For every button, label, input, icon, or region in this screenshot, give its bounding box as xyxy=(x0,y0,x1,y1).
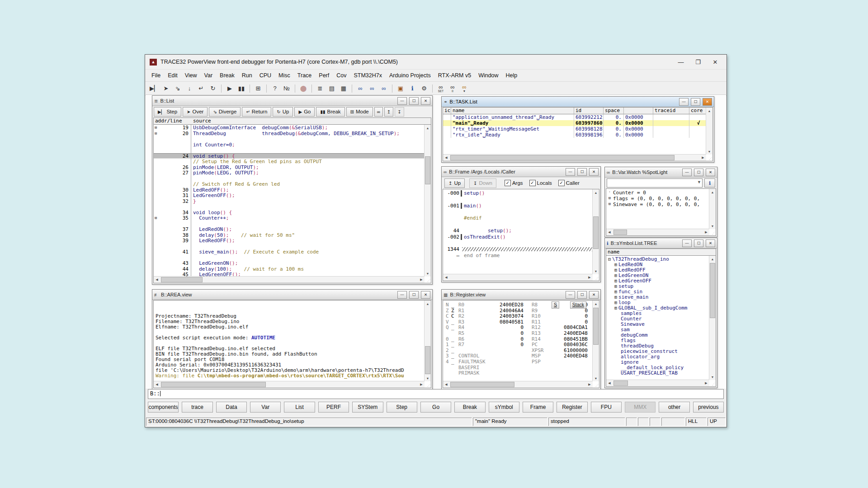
task-horizontal-scrollbar[interactable]: ◀▶ xyxy=(443,154,706,161)
watch-vertical-scrollbar[interactable]: ▲▼ xyxy=(709,189,716,229)
frame-minimize-button[interactable]: — xyxy=(566,168,575,176)
tree-vertical-scrollbar[interactable]: ▲▼ xyxy=(709,256,716,380)
checkbox-caller[interactable]: ✓Caller xyxy=(558,180,580,186)
tree-expand-icon[interactable]: ⊞ xyxy=(614,267,617,272)
softkey-step[interactable]: Step xyxy=(387,402,417,413)
list-window-titlebar[interactable]: ≣ B::List — ☐ ✕ xyxy=(152,96,432,106)
list-horizontal-scrollbar[interactable]: ◀▶ xyxy=(154,276,425,283)
softkey-perf[interactable]: PERF xyxy=(318,402,349,413)
task-minimize-button[interactable]: — xyxy=(679,98,689,106)
softkey-previous[interactable]: previous xyxy=(693,402,724,413)
register-row[interactable]: 3_CONTROLMSP2400ED48 xyxy=(443,353,593,359)
register-icon[interactable]: ▦ xyxy=(338,84,349,94)
source-line[interactable]: 44 delay(100); // wait for a 100 ms xyxy=(154,266,425,272)
tree-window-titlebar[interactable]: ℹ B::sYmbol.List.TREE — ☐ ✕ xyxy=(605,238,717,249)
source-line[interactable]: 32} xyxy=(154,198,425,204)
expand-icon[interactable]: ⊞ xyxy=(606,202,613,207)
register-row[interactable]: 4_FAULTMASKPSP xyxy=(443,359,593,365)
task-window-titlebar[interactable]: ⚭ B::TASK.List — ☐ ✕ xyxy=(442,97,714,107)
menu-item-window[interactable]: Window xyxy=(475,71,502,80)
register-minimize-button[interactable]: — xyxy=(566,291,575,299)
source-line[interactable] xyxy=(154,204,425,210)
source-line[interactable]: 31LedGreenOFF(); xyxy=(154,192,425,198)
resize-grip[interactable]: ⋰ xyxy=(709,157,712,160)
softkey-system[interactable]: SYStem xyxy=(352,402,383,413)
resize-grip[interactable]: ⋰ xyxy=(427,279,430,282)
tree-expand-icon[interactable]: ⊞ xyxy=(614,284,617,289)
resize-grip[interactable]: ⋰ xyxy=(712,231,715,235)
frame-close-button[interactable]: ✕ xyxy=(589,168,599,176)
tree-expand-icon[interactable]: ⊞ xyxy=(614,262,617,267)
register-row[interactable]: 0_R60R14080451BB xyxy=(443,336,593,342)
source-line[interactable] xyxy=(154,255,425,261)
source-line[interactable] xyxy=(154,147,425,153)
softkey-other[interactable]: other xyxy=(659,402,689,413)
register-s-button[interactable]: S xyxy=(552,301,559,309)
set-glasses-icon[interactable]: ∞SET xyxy=(435,84,446,94)
area-horizontal-scrollbar[interactable]: ◀▶ xyxy=(154,381,425,388)
frame-line[interactable] xyxy=(443,209,593,215)
source-line[interactable] xyxy=(154,136,425,142)
symbol-tree-item[interactable]: ⊟\T32ThreadDebug_ino xyxy=(606,256,709,262)
softkey-break[interactable]: Break xyxy=(454,402,485,413)
watch-icon[interactable]: ∞ xyxy=(367,84,377,94)
tree-expand-icon[interactable]: ⊟ xyxy=(608,257,611,262)
symbol-tree-item[interactable]: ignore xyxy=(606,359,709,365)
expand-icon[interactable]: · xyxy=(606,190,613,196)
symbol-tree-item[interactable]: ⊞func_sin xyxy=(606,289,709,294)
tree-maximize-button[interactable]: ☐ xyxy=(694,239,703,247)
watch-maximize-button[interactable]: ☐ xyxy=(694,169,703,176)
source-line[interactable] xyxy=(154,176,425,182)
watch-info-button[interactable]: ℹ xyxy=(704,178,715,188)
frame-line[interactable]: #endif xyxy=(443,215,593,221)
register-row[interactable]: BASEPRI xyxy=(443,365,593,371)
step-return-icon[interactable]: ↵ xyxy=(196,84,207,94)
titlebar[interactable]: ▲ TRACE32 PowerView front-end debugger f… xyxy=(145,55,726,69)
symbol-tree-item[interactable]: __default_lock_policy xyxy=(606,365,709,370)
list-icon-button[interactable]: ∞ xyxy=(374,107,383,117)
tree-minimize-button[interactable]: — xyxy=(682,239,692,247)
data-dump-icon[interactable]: ▤ xyxy=(326,84,337,94)
register-row[interactable]: 1_R70PC0804036C xyxy=(443,342,593,347)
help-icon[interactable]: ? xyxy=(269,84,280,94)
stop-icon[interactable]: ⬤ xyxy=(298,84,309,94)
list-step-button[interactable]: ▶▏Step xyxy=(154,107,181,117)
list-maximize-button[interactable]: ☐ xyxy=(409,97,419,105)
register-stack-button[interactable]: Stack xyxy=(570,301,586,309)
softkey-fpu[interactable]: FPU xyxy=(591,402,622,413)
source-line[interactable]: // Setup the Red & Green led pins as OUT… xyxy=(154,159,425,164)
softkey-components[interactable]: components xyxy=(148,402,179,413)
list-mode-button[interactable]: ⊞Mode xyxy=(346,107,373,117)
step-into-icon[interactable]: ▶▏ xyxy=(149,84,160,94)
list-vertical-scrollbar[interactable]: ▲▼ xyxy=(424,125,431,277)
frame-line[interactable]: -000setup() xyxy=(443,190,593,197)
symbol-tree-item[interactable]: Counter xyxy=(606,316,709,321)
symbol-tree-item[interactable]: ⊞setup xyxy=(606,283,709,289)
register-row[interactable]: R50R132400ED48 xyxy=(443,330,593,336)
menu-item-rtx-arm-v5[interactable]: RTX-ARM v5 xyxy=(434,71,475,80)
resize-grip[interactable]: ⋰ xyxy=(427,384,430,387)
area-maximize-button[interactable]: ☐ xyxy=(409,291,419,299)
list-close-button[interactable]: ✕ xyxy=(421,97,430,105)
source-line[interactable] xyxy=(154,221,425,227)
symbol-tree-item[interactable]: sam xyxy=(606,327,709,332)
watch-add-icon[interactable]: ∞ xyxy=(355,84,366,94)
source-line[interactable]: 39 LedRedOFF(); xyxy=(154,238,425,244)
list-icon-button[interactable]: ↧ xyxy=(395,107,404,117)
softkey-go[interactable]: Go xyxy=(420,402,451,413)
frame-down-button[interactable]: ↧Down xyxy=(469,178,496,188)
menu-item-run[interactable]: Run xyxy=(238,71,256,80)
frame-line[interactable] xyxy=(443,221,593,228)
watch-close-button[interactable]: ✕ xyxy=(706,169,715,176)
step-diverge-icon[interactable]: ⇘ xyxy=(172,84,183,94)
register-row[interactable]: Q_R40R120804CDA1 xyxy=(443,324,593,330)
symbol-tree-item[interactable]: piecewise_construct xyxy=(606,348,709,354)
watch-view-icon[interactable]: ∞ xyxy=(378,84,389,94)
register-row[interactable]: PRIMASK xyxy=(443,370,593,376)
set-down-icon[interactable]: ∞▼ xyxy=(459,84,470,94)
tools-icon[interactable]: ⚙ xyxy=(419,84,429,94)
softkey-var[interactable]: Var xyxy=(250,402,281,413)
symbol-tree-item[interactable]: ⊞LedRedOFF xyxy=(606,267,709,272)
resize-grip[interactable]: ⋰ xyxy=(595,384,599,387)
tree-expand-icon[interactable]: ⊞ xyxy=(614,273,617,278)
